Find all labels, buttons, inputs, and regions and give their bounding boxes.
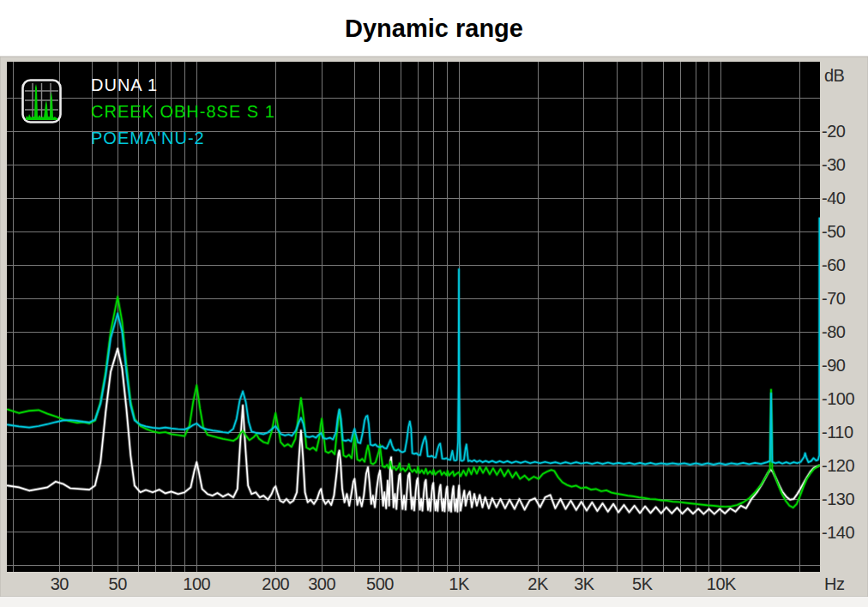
x-tick-label-30: 30 [51, 574, 69, 593]
x-axis-unit-label: Hz [824, 574, 844, 593]
y-tick-label--110: -110 [822, 423, 853, 442]
legend-item-poema-nu-2: POEMA'NU-2 [91, 125, 275, 152]
x-tick-label-50: 50 [109, 574, 128, 593]
y-tick-label--30: -30 [822, 155, 846, 174]
x-tick-label-1000: 1K [449, 574, 470, 593]
y-tick-label--20: -20 [822, 122, 846, 141]
y-tick-label--120: -120 [822, 456, 854, 475]
y-tick-label--140: -140 [822, 523, 854, 542]
y-tick-label--130: -130 [822, 490, 854, 508]
y-tick-label--100: -100 [822, 389, 854, 408]
x-tick-label-2000: 2K [527, 574, 549, 593]
spectrum-analyzer-icon [21, 79, 62, 123]
x-tick-label-10000: 10K [707, 574, 737, 593]
bottom-margin [0, 597, 868, 607]
y-tick-label--80: -80 [822, 322, 846, 341]
x-tick-label-200: 200 [262, 574, 289, 593]
legend: DUNA 1 CREEK OBH-8SE S 1 POEMA'NU-2 [91, 72, 275, 152]
x-tick-label-3000: 3K [574, 574, 595, 593]
legend-item-creek-obh-8se: CREEK OBH-8SE S 1 [91, 99, 275, 125]
x-tick-label-300: 300 [308, 574, 335, 593]
y-axis-unit-label: dB [824, 66, 845, 85]
x-tick-label-500: 500 [366, 574, 394, 593]
y-tick-label--60: -60 [822, 255, 846, 274]
x-tick-label-5000: 5K [632, 574, 654, 593]
rmaa-report-page: { "title": "Dynamic range", "colors": { … [0, 0, 868, 607]
y-tick-label--90: -90 [822, 356, 846, 375]
x-tick-label-100: 100 [183, 574, 210, 593]
legend-item-duna-1: DUNA 1 [91, 72, 275, 99]
y-tick-label--40: -40 [822, 189, 846, 207]
y-tick-label--50: -50 [822, 222, 846, 241]
y-tick-label--70: -70 [822, 289, 846, 308]
